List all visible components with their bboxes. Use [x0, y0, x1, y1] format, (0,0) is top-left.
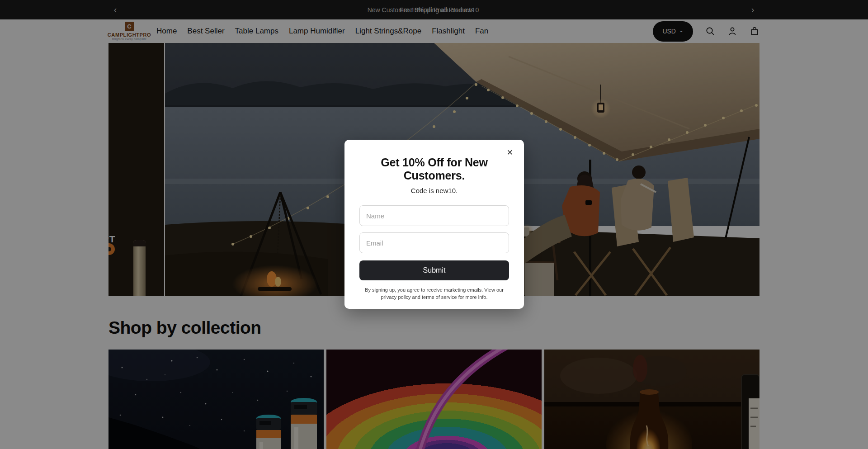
popup-subtitle: Code is new10. — [359, 187, 509, 194]
close-icon[interactable]: ✕ — [507, 149, 513, 156]
submit-button[interactable]: Submit — [359, 260, 509, 280]
email-field[interactable] — [359, 232, 509, 253]
popup-title: Get 10% Off for New Customers. — [359, 156, 509, 182]
name-field[interactable] — [359, 205, 509, 226]
newsletter-popup: ✕ Get 10% Off for New Customers. Code is… — [344, 140, 524, 309]
popup-disclaimer: By signing up, you agree to receive mark… — [360, 287, 509, 301]
